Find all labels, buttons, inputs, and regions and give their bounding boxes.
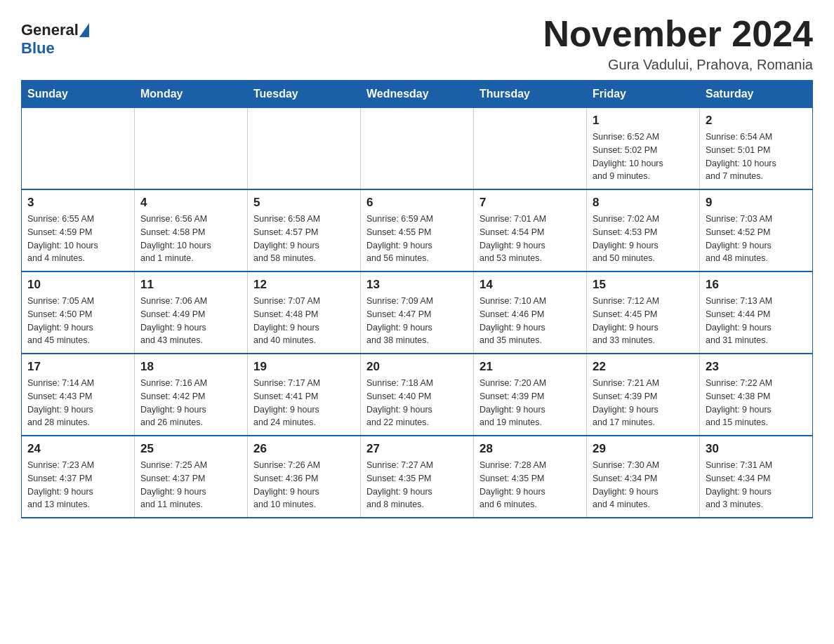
calendar-cell: 25Sunrise: 7:25 AM Sunset: 4:37 PM Dayli…	[135, 436, 248, 518]
day-info: Sunrise: 7:12 AM Sunset: 4:45 PM Dayligh…	[593, 295, 694, 347]
day-info: Sunrise: 7:14 AM Sunset: 4:43 PM Dayligh…	[27, 377, 128, 429]
location: Gura Vadului, Prahova, Romania	[543, 57, 813, 73]
day-info: Sunrise: 6:54 AM Sunset: 5:01 PM Dayligh…	[706, 130, 807, 183]
calendar-cell: 19Sunrise: 7:17 AM Sunset: 4:41 PM Dayli…	[248, 354, 361, 436]
day-number: 29	[593, 442, 694, 456]
calendar-week-4: 17Sunrise: 7:14 AM Sunset: 4:43 PM Dayli…	[22, 354, 813, 436]
day-info: Sunrise: 7:18 AM Sunset: 4:40 PM Dayligh…	[366, 377, 468, 429]
header: General Blue November 2024 Gura Vadului,…	[21, 14, 813, 73]
calendar-cell	[474, 108, 587, 190]
calendar-cell: 23Sunrise: 7:22 AM Sunset: 4:38 PM Dayli…	[700, 354, 813, 436]
day-info: Sunrise: 6:56 AM Sunset: 4:58 PM Dayligh…	[140, 213, 241, 265]
day-info: Sunrise: 7:27 AM Sunset: 4:35 PM Dayligh…	[366, 459, 468, 511]
calendar-body: 1Sunrise: 6:52 AM Sunset: 5:02 PM Daylig…	[22, 108, 813, 518]
calendar-cell: 20Sunrise: 7:18 AM Sunset: 4:40 PM Dayli…	[361, 354, 474, 436]
day-number: 7	[479, 196, 581, 210]
day-number: 15	[593, 278, 694, 292]
day-info: Sunrise: 6:59 AM Sunset: 4:55 PM Dayligh…	[366, 213, 468, 265]
calendar-week-2: 3Sunrise: 6:55 AM Sunset: 4:59 PM Daylig…	[22, 189, 813, 271]
day-info: Sunrise: 7:23 AM Sunset: 4:37 PM Dayligh…	[27, 459, 128, 511]
calendar-cell: 15Sunrise: 7:12 AM Sunset: 4:45 PM Dayli…	[587, 271, 700, 354]
calendar-cell: 17Sunrise: 7:14 AM Sunset: 4:43 PM Dayli…	[22, 354, 135, 436]
day-info: Sunrise: 7:28 AM Sunset: 4:35 PM Dayligh…	[479, 459, 581, 511]
day-number: 18	[140, 360, 241, 374]
calendar-week-1: 1Sunrise: 6:52 AM Sunset: 5:02 PM Daylig…	[22, 108, 813, 190]
calendar-cell: 4Sunrise: 6:56 AM Sunset: 4:58 PM Daylig…	[135, 189, 248, 271]
calendar-cell: 30Sunrise: 7:31 AM Sunset: 4:34 PM Dayli…	[700, 436, 813, 518]
month-title: November 2024	[543, 14, 813, 54]
day-number: 20	[366, 360, 468, 374]
logo-general: General	[21, 21, 79, 39]
day-number: 11	[140, 278, 241, 292]
day-info: Sunrise: 7:26 AM Sunset: 4:36 PM Dayligh…	[253, 459, 355, 511]
day-info: Sunrise: 7:22 AM Sunset: 4:38 PM Dayligh…	[706, 377, 807, 429]
header-day-sunday: Sunday	[22, 81, 135, 108]
calendar-cell: 28Sunrise: 7:28 AM Sunset: 4:35 PM Dayli…	[474, 436, 587, 518]
calendar-cell: 12Sunrise: 7:07 AM Sunset: 4:48 PM Dayli…	[248, 271, 361, 354]
day-number: 30	[706, 442, 807, 456]
day-info: Sunrise: 6:55 AM Sunset: 4:59 PM Dayligh…	[27, 213, 128, 265]
day-number: 23	[706, 360, 807, 374]
day-info: Sunrise: 7:13 AM Sunset: 4:44 PM Dayligh…	[706, 295, 807, 347]
calendar-cell: 13Sunrise: 7:09 AM Sunset: 4:47 PM Dayli…	[361, 271, 474, 354]
day-number: 25	[140, 442, 241, 456]
day-number: 1	[593, 114, 694, 128]
day-info: Sunrise: 7:20 AM Sunset: 4:39 PM Dayligh…	[479, 377, 581, 429]
day-info: Sunrise: 6:58 AM Sunset: 4:57 PM Dayligh…	[253, 213, 355, 265]
day-info: Sunrise: 7:30 AM Sunset: 4:34 PM Dayligh…	[593, 459, 694, 511]
day-number: 26	[253, 442, 355, 456]
calendar-cell: 10Sunrise: 7:05 AM Sunset: 4:50 PM Dayli…	[22, 271, 135, 354]
day-info: Sunrise: 7:10 AM Sunset: 4:46 PM Dayligh…	[479, 295, 581, 347]
day-info: Sunrise: 7:09 AM Sunset: 4:47 PM Dayligh…	[366, 295, 468, 347]
day-number: 4	[140, 196, 241, 210]
day-info: Sunrise: 7:07 AM Sunset: 4:48 PM Dayligh…	[253, 295, 355, 347]
day-number: 6	[366, 196, 468, 210]
logo-triangle-icon	[79, 23, 89, 37]
calendar-cell: 11Sunrise: 7:06 AM Sunset: 4:49 PM Dayli…	[135, 271, 248, 354]
calendar-cell: 18Sunrise: 7:16 AM Sunset: 4:42 PM Dayli…	[135, 354, 248, 436]
calendar-cell: 24Sunrise: 7:23 AM Sunset: 4:37 PM Dayli…	[22, 436, 135, 518]
day-info: Sunrise: 7:21 AM Sunset: 4:39 PM Dayligh…	[593, 377, 694, 429]
day-number: 28	[479, 442, 581, 456]
day-number: 2	[706, 114, 807, 128]
calendar-cell: 26Sunrise: 7:26 AM Sunset: 4:36 PM Dayli…	[248, 436, 361, 518]
header-day-thursday: Thursday	[474, 81, 587, 108]
day-info: Sunrise: 7:16 AM Sunset: 4:42 PM Dayligh…	[140, 377, 241, 429]
calendar-cell: 1Sunrise: 6:52 AM Sunset: 5:02 PM Daylig…	[587, 108, 700, 190]
logo-blue: Blue	[21, 39, 55, 57]
calendar-cell: 29Sunrise: 7:30 AM Sunset: 4:34 PM Dayli…	[587, 436, 700, 518]
header-day-wednesday: Wednesday	[361, 81, 474, 108]
calendar-cell: 6Sunrise: 6:59 AM Sunset: 4:55 PM Daylig…	[361, 189, 474, 271]
calendar-cell: 27Sunrise: 7:27 AM Sunset: 4:35 PM Dayli…	[361, 436, 474, 518]
day-number: 14	[479, 278, 581, 292]
day-number: 21	[479, 360, 581, 374]
calendar-cell	[22, 108, 135, 190]
calendar-week-3: 10Sunrise: 7:05 AM Sunset: 4:50 PM Dayli…	[22, 271, 813, 354]
day-info: Sunrise: 7:05 AM Sunset: 4:50 PM Dayligh…	[27, 295, 128, 347]
calendar-cell: 2Sunrise: 6:54 AM Sunset: 5:01 PM Daylig…	[700, 108, 813, 190]
calendar-cell: 8Sunrise: 7:02 AM Sunset: 4:53 PM Daylig…	[587, 189, 700, 271]
header-day-friday: Friday	[587, 81, 700, 108]
calendar-cell	[135, 108, 248, 190]
calendar-table: SundayMondayTuesdayWednesdayThursdayFrid…	[21, 80, 813, 518]
calendar-cell: 14Sunrise: 7:10 AM Sunset: 4:46 PM Dayli…	[474, 271, 587, 354]
calendar-cell: 16Sunrise: 7:13 AM Sunset: 4:44 PM Dayli…	[700, 271, 813, 354]
day-number: 19	[253, 360, 355, 374]
day-info: Sunrise: 7:01 AM Sunset: 4:54 PM Dayligh…	[479, 213, 581, 265]
day-number: 8	[593, 196, 694, 210]
day-number: 24	[27, 442, 128, 456]
day-number: 13	[366, 278, 468, 292]
day-number: 22	[593, 360, 694, 374]
calendar-cell: 9Sunrise: 7:03 AM Sunset: 4:52 PM Daylig…	[700, 189, 813, 271]
day-number: 3	[27, 196, 128, 210]
header-day-saturday: Saturday	[700, 81, 813, 108]
day-number: 9	[706, 196, 807, 210]
day-number: 16	[706, 278, 807, 292]
logo-blue-text: Blue	[21, 39, 55, 58]
day-number: 17	[27, 360, 128, 374]
day-info: Sunrise: 7:06 AM Sunset: 4:49 PM Dayligh…	[140, 295, 241, 347]
day-number: 10	[27, 278, 128, 292]
day-info: Sunrise: 7:03 AM Sunset: 4:52 PM Dayligh…	[706, 213, 807, 265]
calendar-cell: 7Sunrise: 7:01 AM Sunset: 4:54 PM Daylig…	[474, 189, 587, 271]
day-info: Sunrise: 6:52 AM Sunset: 5:02 PM Dayligh…	[593, 130, 694, 183]
